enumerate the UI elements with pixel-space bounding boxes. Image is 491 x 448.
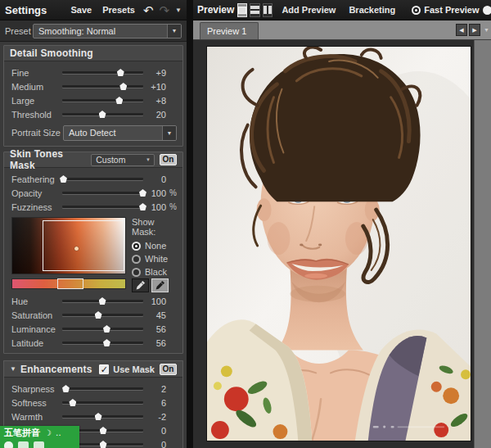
show-mask-white-radio[interactable]: White — [132, 252, 177, 265]
fine-slider[interactable] — [62, 68, 143, 77]
mask-on-button[interactable]: On — [160, 154, 177, 165]
chevron-down-icon[interactable]: ▼ — [146, 157, 154, 162]
slider-handle[interactable] — [95, 413, 102, 420]
bracketing-button[interactable]: Bracketing — [349, 5, 395, 15]
radio-icon[interactable] — [132, 268, 141, 277]
enhancements-on-button[interactable]: On — [160, 364, 177, 375]
radio-icon[interactable] — [132, 255, 141, 264]
slider-handle[interactable] — [103, 339, 110, 346]
opacity-slider[interactable] — [62, 188, 143, 197]
add-preview-button[interactable]: Add Preview — [282, 5, 336, 15]
mask-preset-dropdown[interactable]: Custom ▼ — [91, 154, 155, 166]
preview-panel: Preview Add Preview Bracketing Fast Prev… — [193, 0, 491, 448]
slider-handle[interactable] — [100, 441, 107, 448]
use-mask-checkbox[interactable]: ✓ — [99, 364, 109, 374]
vertical-split-icon — [264, 6, 272, 14]
ime-shape-icon[interactable] — [4, 441, 13, 448]
portrait-photo[interactable] — [206, 46, 471, 441]
undo-icon[interactable]: ↶ — [143, 4, 154, 16]
slider-handle[interactable] — [99, 111, 106, 118]
slider-handle[interactable] — [69, 399, 76, 406]
chevron-down-icon[interactable]: ▼ — [167, 25, 181, 38]
split-vertical-view-button[interactable] — [263, 3, 273, 17]
show-mask-none-radio[interactable]: None — [132, 239, 177, 252]
split-horizontal-view-button[interactable] — [250, 3, 260, 17]
fuzziness-slider[interactable] — [62, 202, 143, 211]
slider-handle[interactable] — [62, 385, 70, 392]
ime-settings-icon[interactable] — [34, 441, 44, 448]
saturation-slider-row: Saturation 45 — [4, 308, 182, 322]
hue-strip[interactable] — [11, 278, 126, 289]
latitude-slider[interactable] — [62, 338, 143, 347]
ime-keyboard-icon[interactable] — [18, 441, 29, 448]
collapse-caret-icon[interactable]: ▼ — [10, 365, 16, 373]
next-tab-button[interactable]: ▶ — [469, 24, 480, 36]
radio-icon[interactable] — [132, 242, 141, 251]
punctuation-icon[interactable]: ‥ — [56, 429, 61, 437]
ime-mode-label[interactable]: 五笔拼音 — [4, 427, 40, 439]
fast-preview-radio[interactable]: Fast Preview — [412, 5, 479, 15]
softness-slider[interactable] — [62, 398, 143, 407]
color-gradient-box[interactable] — [11, 217, 126, 274]
slider-value: 0 — [143, 426, 166, 436]
luminance-slider[interactable] — [62, 324, 143, 333]
preview-content — [193, 40, 491, 448]
tab-list-caret-icon[interactable]: ▼ — [484, 27, 489, 33]
slider-label: Hue — [11, 296, 62, 306]
slider-handle[interactable] — [103, 325, 110, 333]
threshold-slider[interactable] — [62, 110, 143, 119]
chevron-down-icon[interactable]: ▼ — [162, 126, 176, 140]
hue-slider[interactable] — [62, 296, 143, 305]
single-view-button[interactable] — [237, 3, 247, 17]
settings-menu-caret-icon[interactable]: ▼ — [175, 7, 182, 14]
moon-icon[interactable]: ☽ — [44, 429, 52, 437]
prev-tab-button[interactable]: ◀ — [456, 24, 467, 36]
slider-handle[interactable] — [117, 69, 124, 76]
slider-unit: % — [166, 202, 177, 211]
softness-slider-row: Softness 6 — [4, 396, 182, 410]
slider-handle[interactable] — [95, 311, 102, 319]
slider-label: Luminance — [11, 324, 62, 334]
color-selection-rect[interactable] — [43, 220, 124, 272]
slider-label: Opacity — [11, 188, 62, 198]
section-title: Enhancements — [20, 364, 92, 375]
slider-handle[interactable] — [99, 297, 106, 305]
preset-dropdown[interactable]: Smoothing: Normal ▼ — [33, 24, 182, 38]
slider-value: 100 — [143, 296, 166, 306]
slider-handle[interactable] — [100, 427, 107, 434]
detail-smoothing-header: Detail Smoothing — [4, 46, 182, 61]
slider-label: Saturation — [11, 310, 62, 320]
feathering-slider[interactable] — [62, 174, 143, 183]
preview-toolbar: Preview Add Preview Bracketing Fast Prev… — [193, 0, 491, 20]
medium-slider-row: Medium +10 — [4, 79, 182, 93]
warmth-slider[interactable] — [62, 412, 143, 421]
slider-handle[interactable] — [119, 83, 127, 90]
eyedropper-add-button[interactable] — [151, 278, 169, 292]
saturation-slider[interactable] — [62, 310, 143, 319]
preset-label: Preset — [5, 26, 33, 36]
show-mask-black-radio[interactable]: Black — [132, 265, 177, 278]
ime-toolbar[interactable]: 五笔拼音 ☽ ‥ — [0, 426, 79, 448]
feathering-slider-row: Feathering 0 — [4, 172, 182, 186]
slider-handle[interactable] — [115, 97, 123, 104]
portrait-size-value: Auto Detect — [69, 128, 115, 138]
hue-selection-rect[interactable] — [57, 278, 83, 289]
presets-button[interactable]: Presets — [100, 3, 137, 16]
sharpness-slider[interactable] — [62, 384, 143, 393]
slider-label: Large — [11, 96, 62, 106]
slider-value: +8 — [143, 96, 166, 106]
large-slider[interactable] — [62, 96, 143, 105]
radio-icon[interactable] — [483, 6, 491, 15]
opacity-slider-row: Opacity 100% — [4, 186, 182, 200]
eyedropper-button[interactable] — [132, 278, 149, 292]
save-button[interactable]: Save — [68, 3, 94, 16]
accurate-radio[interactable]: Accurate — [483, 5, 491, 15]
medium-slider[interactable] — [62, 82, 143, 91]
slider-label: Fuzziness — [11, 202, 62, 212]
large-slider-row: Large +8 — [4, 93, 182, 107]
portrait-size-dropdown[interactable]: Auto Detect ▼ — [63, 125, 177, 141]
fine-slider-row: Fine +9 — [4, 66, 182, 79]
slider-unit: % — [166, 188, 177, 197]
radio-icon[interactable] — [412, 6, 421, 15]
tab-preview-1[interactable]: Preview 1 — [200, 22, 259, 39]
